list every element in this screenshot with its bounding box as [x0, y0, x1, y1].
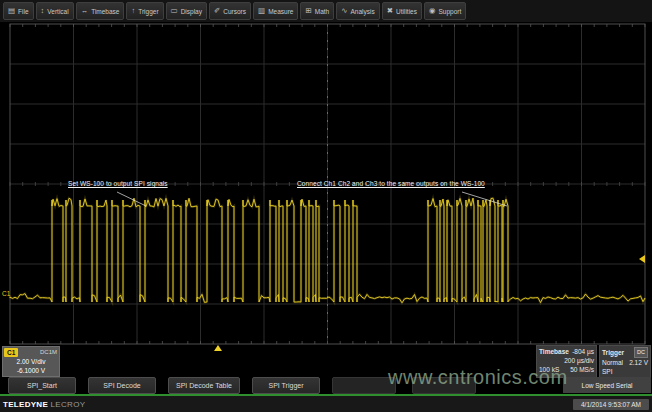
trigger-descriptor[interactable]: Trigger DC Normal 2.12 V SPI: [599, 345, 651, 378]
timebase-samples: 100 kS: [539, 365, 559, 374]
channel-coupling: DC1M: [40, 348, 57, 357]
button-spi-start[interactable]: SPI_Start: [8, 377, 76, 394]
channel-offset: -6.1000 V: [3, 366, 59, 375]
timebase-tdiv: 200 µs/div: [564, 356, 594, 365]
channel-vdiv: 2.00 V/div: [3, 357, 59, 366]
button-empty[interactable]: [412, 377, 476, 394]
trigger-source: SPI: [602, 367, 612, 376]
trigger-level: 2.12 V: [629, 358, 648, 367]
timebase-delay: -804 µs: [572, 347, 594, 356]
trigger-position-marker[interactable]: [214, 345, 222, 351]
c1-trace-label[interactable]: C1: [2, 290, 11, 297]
channel-badge: C1: [4, 348, 18, 357]
datetime-display: 4/1/2014 9:53:07 AM: [573, 399, 649, 410]
timebase-rate: 50 MS/s: [570, 365, 594, 374]
oscilloscope-application: ▤File↕Vertical↔Timebase↑Trigger▭Display✐…: [0, 0, 652, 412]
timebase-descriptor[interactable]: Timebase -804 µs 200 µs/div 100 kS 50 MS…: [536, 345, 597, 378]
trigger-label: Trigger: [602, 348, 624, 357]
button-spi-decode-table[interactable]: SPI Decode Table: [168, 377, 240, 394]
status-bar: TELEDYNE LECROY 4/1/2014 9:53:07 AM: [0, 396, 652, 412]
button-spi-trigger[interactable]: SPI Trigger: [252, 377, 320, 394]
trigger-level-marker[interactable]: [639, 255, 645, 263]
trigger-coupling-badge: DC: [634, 347, 648, 358]
button-empty[interactable]: [332, 377, 396, 394]
annotation-1: Set WS-100 to output SPI signals: [68, 180, 168, 187]
trigger-mode: Normal: [602, 358, 623, 367]
brand-logo: TELEDYNE LECROY: [3, 400, 85, 409]
timebase-label: Timebase: [539, 347, 569, 356]
channel-c1-descriptor[interactable]: C1 DC1M 2.00 V/div -6.1000 V: [2, 346, 60, 377]
annotation-2: Connect Ch1 Ch2 and Ch3 to the same outp…: [297, 180, 485, 187]
button-spi-decode[interactable]: SPI Decode: [88, 377, 156, 394]
low-speed-serial-panel-label: Low Speed Serial: [563, 377, 651, 393]
